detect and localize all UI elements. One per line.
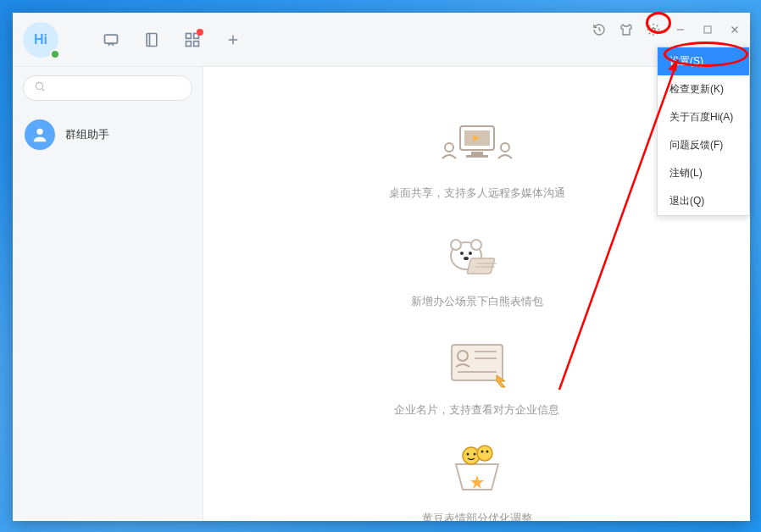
- menu-exit[interactable]: 退出(Q): [658, 187, 749, 215]
- contact-item[interactable]: 群组助手: [13, 111, 203, 158]
- menu-about[interactable]: 关于百度Hi(A): [658, 103, 749, 131]
- svg-rect-1: [147, 33, 157, 46]
- feature-text: 新增办公场景下白熊表情包: [411, 294, 543, 309]
- chat-icon[interactable]: [103, 31, 119, 48]
- svg-rect-13: [704, 26, 711, 33]
- screen-share-illustration: [430, 118, 524, 177]
- svg-rect-23: [466, 155, 488, 158]
- feature-text: 桌面共享，支持多人远程多媒体沟通: [389, 186, 565, 201]
- nav-icons: [103, 31, 242, 48]
- bear-illustration: [430, 226, 524, 285]
- gear-icon[interactable]: [645, 21, 662, 38]
- menu-logout[interactable]: 注销(L): [658, 159, 749, 187]
- maximize-icon[interactable]: [699, 21, 716, 38]
- svg-rect-22: [471, 152, 483, 155]
- svg-point-47: [486, 451, 488, 453]
- svg-line-10: [599, 30, 601, 30]
- contact-name: 群组助手: [65, 127, 109, 142]
- app-logo[interactable]: Hi: [23, 22, 58, 58]
- history-icon[interactable]: [591, 21, 608, 38]
- svg-point-24: [445, 143, 453, 152]
- close-icon[interactable]: [726, 21, 743, 38]
- svg-rect-5: [186, 41, 192, 46]
- svg-point-16: [36, 82, 42, 89]
- svg-point-29: [460, 252, 464, 255]
- svg-point-43: [466, 453, 469, 456]
- notification-dot: [197, 29, 203, 36]
- svg-rect-0: [105, 35, 118, 43]
- logo-text: Hi: [34, 32, 47, 47]
- feature-business-card: 企业名片，支持查看对方企业信息: [394, 335, 559, 418]
- menu-settings[interactable]: 设置(S): [658, 47, 749, 75]
- search-icon: [34, 80, 46, 96]
- minimize-icon[interactable]: [672, 21, 689, 38]
- svg-point-45: [477, 446, 492, 461]
- window-body: 群组助手 桌面共享，: [13, 67, 750, 521]
- contacts-icon[interactable]: [143, 31, 160, 48]
- svg-point-18: [36, 129, 42, 135]
- apps-icon[interactable]: [184, 31, 201, 48]
- feature-text: 黄豆表情部分优化调整: [422, 511, 532, 521]
- svg-point-30: [469, 252, 472, 255]
- search-input[interactable]: [51, 82, 181, 94]
- card-illustration: [430, 335, 524, 394]
- svg-point-25: [501, 143, 509, 152]
- menu-check-update[interactable]: 检查更新(K): [658, 75, 749, 103]
- titlebar: Hi: [13, 13, 750, 67]
- svg-point-27: [451, 240, 461, 250]
- svg-rect-6: [194, 41, 199, 46]
- menu-feedback[interactable]: 问题反馈(F): [658, 131, 749, 159]
- svg-rect-32: [466, 258, 494, 274]
- sidebar: 群组助手: [13, 67, 203, 521]
- svg-point-44: [473, 453, 475, 456]
- feature-emoji: 黄豆表情部分优化调整: [422, 443, 532, 521]
- svg-point-31: [464, 257, 469, 260]
- svg-rect-3: [186, 33, 192, 38]
- svg-point-28: [471, 240, 481, 250]
- settings-dropdown: 设置(S) 检查更新(K) 关于百度Hi(A) 问题反馈(F) 注销(L) 退出…: [657, 47, 750, 216]
- emoji-illustration: [430, 443, 524, 502]
- avatar: [25, 119, 55, 150]
- add-icon[interactable]: [225, 31, 242, 48]
- svg-line-17: [42, 88, 44, 91]
- feature-screen-share: 桌面共享，支持多人远程多媒体沟通: [389, 118, 565, 201]
- svg-rect-35: [452, 345, 503, 380]
- svg-point-46: [480, 451, 483, 453]
- search-box[interactable]: [23, 75, 192, 101]
- status-online-badge: [50, 49, 60, 59]
- feature-bear-sticker: 新增办公场景下白熊表情包: [411, 226, 543, 309]
- feature-text: 企业名片，支持查看对方企业信息: [394, 402, 559, 418]
- skin-icon[interactable]: [618, 21, 635, 38]
- window-controls: [591, 21, 743, 38]
- main-window: Hi: [13, 13, 750, 521]
- svg-point-11: [652, 28, 655, 31]
